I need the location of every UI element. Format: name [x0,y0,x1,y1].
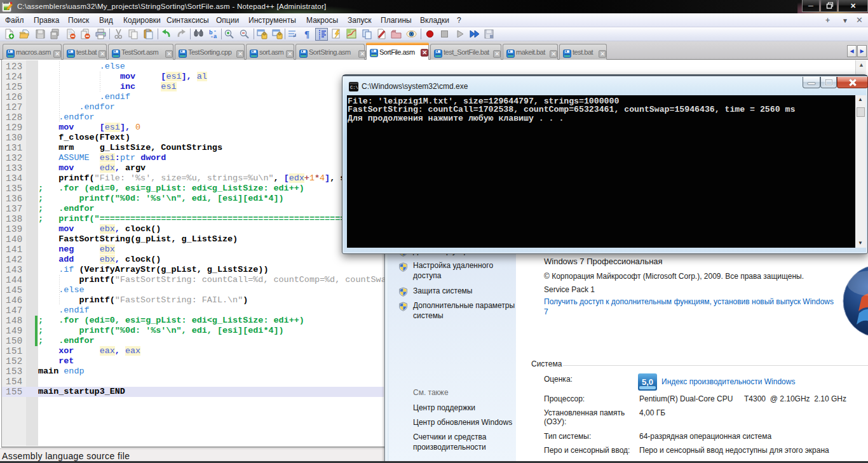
svg-text:a: a [214,33,217,39]
svg-text:5,0: 5,0 [642,377,653,387]
svg-text:¶: ¶ [304,29,309,39]
svg-text:C:\: C:\ [350,85,358,90]
svg-text:b: b [209,29,213,36]
